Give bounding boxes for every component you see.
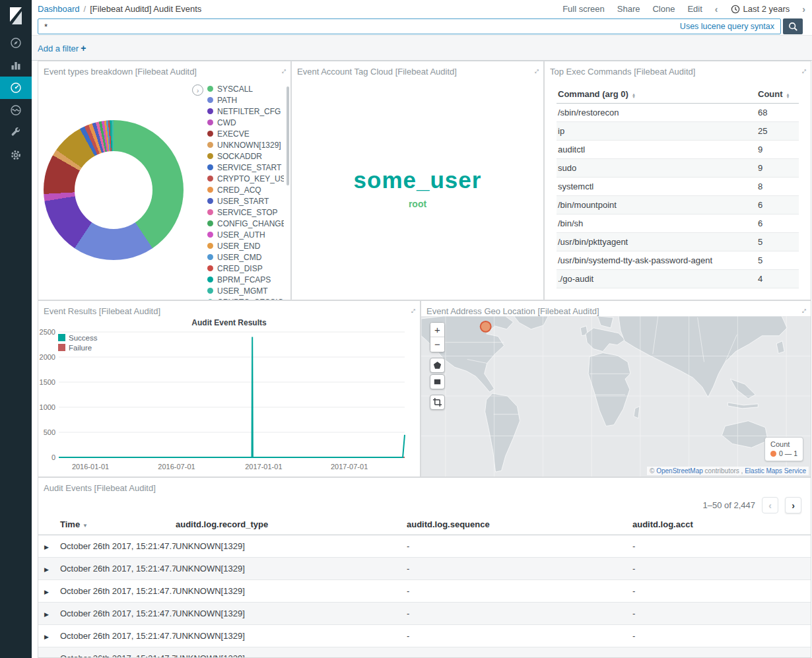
legend-dot — [207, 254, 213, 260]
column-header-time[interactable]: Time▼ — [60, 514, 176, 535]
exec-command-cell: /bin/sh — [557, 214, 757, 233]
openstreetmap-link[interactable]: OpenStreetMap — [656, 467, 703, 475]
legend-scrollbar[interactable] — [287, 86, 289, 185]
prev-page-button[interactable]: ‹ — [762, 497, 778, 513]
expand-row-button[interactable]: ▶ — [44, 566, 49, 573]
time-next-button[interactable]: › — [802, 4, 805, 15]
query-value[interactable]: * — [44, 22, 680, 32]
sidebar-item-dashboard[interactable] — [0, 77, 32, 99]
legend-item[interactable]: SERVICE_STOP — [207, 207, 284, 218]
legend-item[interactable]: EXECVE — [207, 128, 284, 139]
timepicker-button[interactable]: Last 2 years — [731, 4, 790, 14]
column-header-record-type[interactable]: auditd.log.record_type — [176, 514, 407, 535]
tag-cloud-term[interactable]: some_user — [354, 167, 482, 193]
time-prev-button[interactable]: ‹ — [715, 4, 718, 15]
legend-label: USER_END — [217, 242, 260, 251]
legend-item[interactable]: SYSCALL — [207, 83, 284, 94]
legend-toggle-button[interactable]: › — [192, 84, 203, 96]
series-legend-item[interactable]: Success — [58, 333, 97, 343]
tag-cloud-term[interactable]: root — [409, 199, 426, 209]
zoom-in-button[interactable]: + — [430, 323, 444, 337]
panel-title: Audit Events [Filebeat Auditd] — [44, 483, 156, 493]
legend-item[interactable]: USER_CMD — [207, 251, 284, 263]
expand-row-button[interactable]: ▶ — [44, 544, 49, 550]
legend-item[interactable]: USER_MGMT — [207, 285, 284, 296]
geo-point-marker[interactable] — [481, 321, 491, 332]
legend-item[interactable]: CRYPTO_SESSION — [207, 296, 284, 300]
legend-item[interactable]: SOCKADDR — [207, 150, 284, 162]
column-header-count[interactable]: Count▲▼ — [757, 85, 799, 104]
legend-item[interactable]: BPRM_FCAPS — [207, 274, 284, 285]
expand-panel-button[interactable]: ↔ — [408, 305, 417, 315]
event-results-plot[interactable]: 050010001500200025002016-01-012016-07-01… — [38, 301, 421, 477]
legend-item[interactable]: USER_AUTH — [207, 229, 284, 240]
legend-item[interactable]: UNKNOWN[1329] — [207, 139, 284, 150]
search-button[interactable] — [783, 18, 803, 34]
app-nav — [0, 32, 32, 166]
compass-icon — [10, 37, 22, 49]
audit-events-table: Time▼ auditd.log.record_type auditd.log.… — [38, 514, 811, 658]
sidebar-item-dev-tools[interactable] — [0, 121, 32, 144]
query-input[interactable]: * Uses lucene query syntax — [38, 18, 781, 34]
edit-button[interactable]: Edit — [687, 4, 702, 14]
legend-item[interactable]: CONFIG_CHANGE — [207, 218, 284, 229]
legend-dot — [207, 108, 213, 114]
draw-polygon-button[interactable] — [430, 358, 445, 373]
bar-chart-icon — [10, 59, 22, 71]
clone-button[interactable]: Clone — [652, 4, 675, 14]
exec-table-row: /sbin/restorecon 68 — [557, 104, 799, 122]
legend-item[interactable]: CRED_DISP — [207, 263, 284, 274]
legend-label: SERVICE_STOP — [217, 208, 278, 217]
lucene-syntax-link[interactable]: Uses lucene query syntax — [680, 22, 774, 31]
zoom-out-button[interactable]: − — [430, 337, 444, 352]
legend-item[interactable]: NETFILTER_CFG — [207, 106, 284, 117]
expand-panel-button[interactable]: ↔ — [279, 65, 287, 75]
legend-item[interactable]: CRYPTO_KEY_USER — [207, 173, 284, 184]
expand-row-button[interactable]: ▶ — [44, 611, 49, 618]
elastic-maps-link[interactable]: Elastic Maps Service — [745, 467, 806, 475]
sidebar-item-management[interactable] — [0, 144, 32, 166]
share-button[interactable]: Share — [617, 4, 640, 14]
sequence-cell: - — [407, 558, 632, 580]
legend-dot — [207, 220, 213, 226]
global-nav-sidebar — [0, 0, 32, 658]
legend-dot — [207, 142, 213, 148]
sidebar-item-visualize[interactable] — [0, 54, 32, 77]
top-navbar: Dashboard / [Filebeat Auditd] Audit Even… — [32, 0, 812, 18]
legend-item[interactable]: SERVICE_START — [207, 162, 284, 173]
draw-rectangle-button[interactable] — [430, 374, 445, 389]
column-header-sequence[interactable]: auditd.log.sequence — [407, 514, 632, 535]
panel-geo-location: Event Address Geo Location [Filebeat Aud… — [421, 300, 811, 477]
legend-item[interactable]: PATH — [207, 94, 284, 106]
sidebar-item-timelion[interactable] — [0, 99, 32, 121]
record-type-cell: UNKNOWN[1329] — [176, 647, 407, 658]
legend-item[interactable]: USER_END — [207, 240, 284, 251]
expand-row-button[interactable]: ▶ — [44, 589, 49, 595]
exec-count-cell: 68 — [757, 104, 799, 122]
column-header-command[interactable]: Command (arg 0)▲▼ — [557, 85, 757, 104]
column-header-acct[interactable]: auditd.log.acct — [632, 514, 811, 535]
zoom-controls: + − — [430, 322, 445, 352]
series-legend-item[interactable]: Failure — [58, 343, 97, 352]
legend-item[interactable]: USER_START — [207, 195, 284, 207]
breadcrumb-dashboard-link[interactable]: Dashboard — [38, 4, 80, 14]
crop-button[interactable] — [430, 395, 445, 410]
legend-item[interactable]: CRED_ACQ — [207, 184, 284, 195]
full-screen-button[interactable]: Full screen — [562, 4, 605, 14]
crop-icon — [432, 397, 442, 407]
sidebar-item-discover[interactable] — [0, 32, 32, 54]
event-types-donut[interactable] — [44, 120, 184, 260]
add-filter-button[interactable]: Add a filter+ — [38, 43, 86, 53]
world-map — [421, 316, 811, 477]
geo-map[interactable]: + − — [421, 316, 811, 477]
expand-panel-button[interactable]: ↔ — [799, 65, 807, 75]
expand-row-button[interactable]: ▶ — [44, 634, 49, 640]
exec-table-row: systemctl 8 — [557, 178, 799, 196]
kibana-logo[interactable] — [0, 0, 32, 32]
search-icon — [788, 22, 798, 32]
panel-title: Event Address Geo Location [Filebeat Aud… — [426, 306, 599, 316]
next-page-button[interactable]: › — [785, 497, 801, 513]
legend-item[interactable]: CWD — [207, 117, 284, 128]
expand-panel-button[interactable]: ↔ — [799, 305, 807, 315]
expand-panel-button[interactable]: ↔ — [531, 65, 540, 75]
